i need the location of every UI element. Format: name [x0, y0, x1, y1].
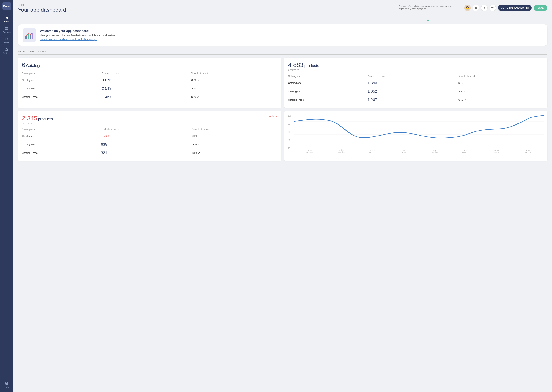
svg-rect-0 [25, 36, 27, 39]
table-row: Catalog two 1 652 -8 % ↘ [288, 87, 544, 96]
chart-card: 10080604020 [284, 111, 547, 161]
err-col-count-header: Products in errors [101, 127, 192, 132]
accepted-label: products [304, 63, 319, 68]
error-global-change: -4 % ↘ [269, 115, 277, 118]
x-label-6: 23 janto 29 jan [481, 149, 513, 153]
error-card: 2 345 products IN ERROR -4 % ↘ Catalog n… [18, 111, 281, 161]
svg-rect-1 [28, 34, 29, 39]
sidebar-item-synch[interactable]: Synch [0, 35, 14, 46]
synch-icon [5, 37, 9, 41]
save-button[interactable]: SAVE [534, 5, 547, 11]
chart-x-labels: 12 decto 18 dec 19 decto 25 dec 26 decto… [294, 149, 544, 153]
catalogs-icon [5, 27, 9, 30]
table-row: Catalog Three 1 457 +3 % ↗ [22, 93, 277, 101]
accepted-count: 4 883 [288, 62, 303, 68]
x-label-4: 9 janto 15 jan [419, 149, 450, 153]
sidebar-bottom: Help [5, 379, 9, 390]
err-col-name-header: Catalog name [22, 127, 101, 132]
page-title: Your app dashboard [18, 7, 392, 13]
catalog-monitoring-label: CATALOG MONITORING [18, 50, 547, 52]
acc-col-count-header: Accepted product [367, 74, 458, 79]
dashboard-grid: 6 Catalogs Catalog name Exported product… [18, 58, 547, 161]
table-row: Catalog one 1 386 +0 % → [22, 132, 277, 140]
x-label-7: 30 janto 5 fev [512, 149, 544, 153]
error-sublabel: IN ERROR [22, 122, 53, 124]
app-logo[interactable]: MyApp [2, 2, 11, 10]
error-label: products [38, 117, 53, 121]
svg-rect-3 [32, 33, 33, 39]
chart-area: 10080604020 [288, 115, 544, 153]
x-label-2: 26 decto 1 jan [356, 149, 388, 153]
error-count: 2 345 [22, 115, 37, 122]
header-actions: 🧑 ••• GO TO THE AKENEO PIM SAVE [464, 4, 547, 11]
lightning-icon[interactable] [481, 5, 488, 11]
x-label-5: 16 janto 22 jan [450, 149, 481, 153]
chart-inner [294, 115, 544, 147]
accepted-card: 4 883 products ACCEPTED Catalog name Acc… [284, 58, 547, 108]
sidebar-item-help[interactable]: Help [5, 379, 9, 390]
welcome-description: Here you can track the data flow between… [40, 34, 116, 37]
check-icon: ✓ [396, 5, 398, 8]
info-line [428, 10, 428, 20]
x-label-0: 12 decto 18 dec [294, 149, 326, 153]
table-row: Catalog Three 1 267 +3 % ↗ [288, 96, 544, 104]
welcome-text: Welcome on your app dashboard! Here you … [40, 29, 116, 41]
more-icon[interactable]: ••• [489, 5, 496, 11]
x-label-1: 19 decto 25 dec [326, 149, 357, 153]
settings-icon [5, 48, 9, 51]
welcome-link[interactable]: Want to know more about data flows ? Her… [40, 38, 97, 41]
main-content: HOME Your app dashboard ✓ Example of mai… [14, 0, 552, 392]
notifications-bell-icon[interactable] [473, 5, 479, 11]
home-icon [5, 16, 9, 20]
chart-illustration-icon [25, 30, 34, 40]
col-since-header: Since last export [191, 71, 277, 76]
sidebar: MyApp Home Catalogs Synch Settings Help [0, 0, 14, 392]
error-table: Catalog name Products in errors Since la… [22, 127, 277, 157]
col-exported-header: Exported product [102, 71, 191, 76]
chart-y-labels: 10080604020 [288, 115, 293, 149]
err-col-since-header: Since last export [192, 127, 277, 132]
catalogs-label: Catalogs [26, 63, 41, 68]
avatar[interactable]: 🧑 [464, 5, 471, 11]
catalogs-card: 6 Catalogs Catalog name Exported product… [18, 58, 281, 108]
sidebar-item-home[interactable]: Home [0, 14, 14, 25]
catalogs-count: 6 [22, 62, 25, 68]
help-icon [5, 381, 9, 385]
info-dot [427, 20, 429, 21]
line-chart [294, 115, 544, 147]
section-divider [18, 54, 547, 55]
table-row: Catalog two 2 543 -8 % ↘ [22, 84, 277, 93]
accepted-table: Catalog name Accepted product Since last… [288, 74, 544, 104]
acc-col-name-header: Catalog name [288, 74, 367, 79]
sidebar-item-settings[interactable]: Settings [0, 46, 14, 56]
table-row: Catalog one 3 876 +0 % → [22, 76, 277, 84]
sidebar-item-catalogs[interactable]: Catalogs [0, 25, 14, 35]
welcome-illustration [23, 28, 36, 42]
col-catalog-name-header: Catalog name [22, 71, 102, 76]
table-row: Catalog two 638 -8 % ↘ [22, 140, 277, 149]
welcome-title: Welcome on your app dashboard! [40, 29, 116, 33]
acc-col-since-header: Since last export [458, 74, 544, 79]
accepted-sublabel: ACCEPTED [288, 69, 544, 71]
table-row: Catalog one 1 356 +0 % → [288, 79, 544, 87]
go-to-pim-button[interactable]: GO TO THE AKENEO PIM [498, 5, 532, 11]
welcome-banner: Welcome on your app dashboard! Here you … [18, 25, 547, 46]
table-row: Catalog Three 321 +3 % ↗ [22, 149, 277, 157]
x-label-3: 2 janto 8 jan [388, 149, 419, 153]
breadcrumb: HOME [18, 4, 392, 6]
svg-rect-2 [30, 35, 31, 39]
catalogs-table: Catalog name Exported product Since last… [22, 71, 277, 101]
info-text: Example of main info, to welcome your us… [399, 5, 460, 10]
page-header: HOME Your app dashboard [18, 4, 392, 13]
